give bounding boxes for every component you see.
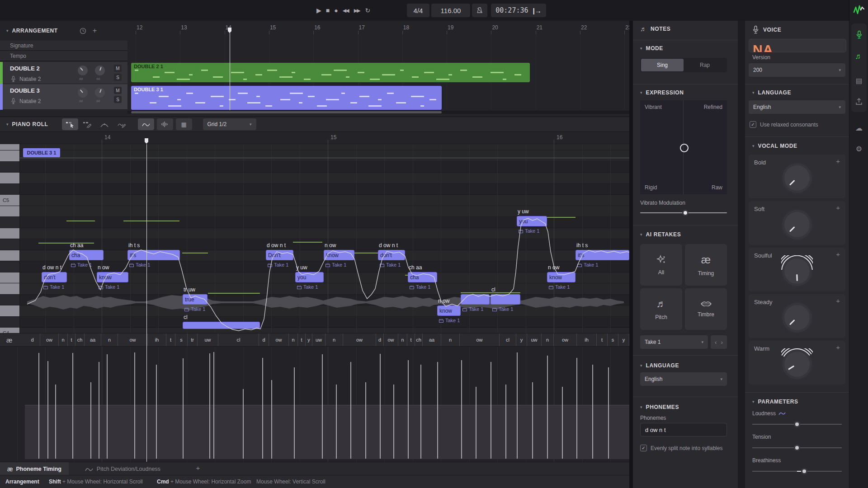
waveform-toggle[interactable] bbox=[157, 118, 173, 130]
rewind-button[interactable]: ◀◀ bbox=[343, 8, 349, 14]
tempo-lane[interactable]: Tempo bbox=[0, 51, 127, 61]
draw-tool[interactable] bbox=[79, 118, 95, 130]
pitch-wave-toggle[interactable] bbox=[138, 118, 154, 130]
go-to-end-icon[interactable]: |→ bbox=[533, 7, 542, 14]
add-automation-button[interactable]: + bbox=[836, 157, 840, 165]
solo-button[interactable]: S bbox=[114, 96, 122, 103]
piano-key-c#4[interactable] bbox=[0, 317, 20, 328]
phoneme-cell[interactable]: n bbox=[398, 333, 407, 346]
piano-key-c5[interactable]: C5 bbox=[0, 195, 20, 206]
time-signature-box[interactable]: 4/4 bbox=[407, 4, 429, 17]
video-toggle[interactable]: ▦ bbox=[176, 118, 192, 130]
loop-button[interactable]: ↻ bbox=[365, 7, 370, 14]
phoneme-cell[interactable]: d bbox=[259, 333, 269, 346]
retake-timing-button[interactable]: æTiming bbox=[685, 244, 727, 286]
record-button[interactable]: ● bbox=[334, 7, 337, 14]
vocal-mode-knob[interactable] bbox=[784, 165, 810, 191]
settings-icon[interactable]: ⚙ bbox=[849, 143, 868, 155]
phoneme-cell[interactable]: uw bbox=[312, 333, 326, 346]
add-automation-button[interactable]: + bbox=[836, 204, 840, 211]
piano-key-b4[interactable] bbox=[0, 206, 20, 217]
piano-key-c4[interactable]: C4 bbox=[0, 328, 20, 333]
phoneme-cell[interactable]: ih bbox=[148, 333, 166, 346]
piano-key-g#4[interactable] bbox=[0, 239, 20, 250]
tab-pitch-deviation-loudness[interactable]: Pitch Deviation/Loudness bbox=[77, 462, 168, 475]
phoneme-cell[interactable]: n bbox=[289, 333, 298, 346]
phoneme-cell[interactable]: n bbox=[441, 333, 460, 346]
grid-select[interactable]: Grid 1/2▾ bbox=[203, 118, 256, 130]
phoneme-cell[interactable]: t bbox=[407, 333, 415, 346]
cloud-icon[interactable]: ☁ bbox=[849, 122, 868, 134]
add-automation-button[interactable]: + bbox=[836, 297, 840, 305]
phoneme-cell[interactable]: ow bbox=[384, 333, 398, 346]
note-grid[interactable]: don'td ow n tTake 1chach aaTake 1known o… bbox=[20, 144, 629, 333]
phoneme-cell[interactable]: t bbox=[597, 333, 608, 346]
track-row-double-2[interactable]: DOUBLE 2Natalie 2ılılılılMS bbox=[0, 62, 127, 84]
clip-double-3-1[interactable]: DOUBLE 3 1 bbox=[131, 86, 442, 110]
phoneme-cell[interactable]: uw bbox=[527, 333, 542, 346]
phoneme-cell[interactable]: ih bbox=[577, 333, 597, 346]
vibrato-slider-handle[interactable] bbox=[682, 210, 689, 216]
piano-keys[interactable]: C5C4 bbox=[0, 144, 20, 333]
signature-lane[interactable]: Signature bbox=[0, 41, 127, 51]
take-next-button[interactable]: › bbox=[721, 339, 723, 346]
parameters-section-header[interactable]: ▾ PARAMETERS bbox=[752, 399, 798, 405]
add-automation-button[interactable]: + bbox=[836, 250, 840, 258]
phonemes-section-header[interactable]: ▾ PHONEMES bbox=[640, 404, 679, 410]
phoneme-cell[interactable]: tr bbox=[188, 333, 198, 346]
phoneme-cell[interactable]: n bbox=[101, 333, 118, 346]
phoneme-cell[interactable]: t bbox=[298, 333, 306, 346]
phoneme-cell[interactable]: t bbox=[166, 333, 175, 346]
fast-forward-button[interactable]: ▶▶ bbox=[354, 8, 360, 14]
piano-roll-playhead[interactable] bbox=[146, 144, 147, 462]
phoneme-cell[interactable]: y bbox=[618, 333, 629, 346]
phoneme-cell[interactable]: ow bbox=[118, 333, 148, 346]
phoneme-cell[interactable]: ow bbox=[269, 333, 289, 346]
retake-timbre-button[interactable]: Timbre bbox=[685, 288, 727, 330]
piano-key-e4[interactable] bbox=[0, 283, 20, 295]
phoneme-cell[interactable]: n bbox=[59, 333, 68, 346]
loudness-lane[interactable] bbox=[0, 347, 629, 462]
phoneme-cell[interactable]: d bbox=[25, 333, 40, 346]
stop-button[interactable]: ■ bbox=[326, 7, 329, 14]
piano-key-a4[interactable] bbox=[0, 228, 20, 239]
piano-key-f#4[interactable] bbox=[0, 261, 20, 272]
piano-key-d#5[interactable] bbox=[0, 162, 20, 173]
phoneme-cell[interactable]: d bbox=[376, 333, 384, 346]
phoneme-cell[interactable]: cl bbox=[218, 333, 259, 346]
phoneme-cell[interactable]: cl bbox=[500, 333, 516, 346]
mute-button[interactable]: M bbox=[114, 87, 122, 94]
phoneme-cell[interactable]: ch bbox=[415, 333, 423, 346]
select-tool[interactable] bbox=[62, 118, 78, 130]
add-track-button[interactable]: + bbox=[93, 27, 97, 35]
freehand-tool[interactable] bbox=[113, 118, 130, 130]
piano-key-d4[interactable] bbox=[0, 305, 20, 317]
voice-language-section-header[interactable]: ▾ LANGUAGE bbox=[752, 89, 791, 96]
volume-knob[interactable] bbox=[78, 88, 88, 98]
mute-button[interactable]: M bbox=[114, 65, 122, 72]
slider-handle[interactable] bbox=[801, 468, 807, 474]
language-section-header[interactable]: ▾ LANGUAGE bbox=[640, 362, 679, 369]
take-select[interactable]: Take 1▾ bbox=[640, 335, 708, 349]
slider-handle[interactable] bbox=[794, 421, 800, 427]
piano-key-d#4[interactable] bbox=[0, 295, 20, 306]
expression-section-header[interactable]: ▾ EXPRESSION bbox=[640, 89, 684, 96]
piano-key-a#4[interactable] bbox=[0, 217, 20, 228]
phoneme-cell[interactable]: aa bbox=[85, 333, 101, 346]
time-display-box[interactable]: 00:27:36 |→ bbox=[491, 4, 546, 17]
slider-handle[interactable] bbox=[794, 445, 800, 451]
curve-tool[interactable] bbox=[96, 118, 113, 130]
param-slider-breathiness[interactable] bbox=[752, 468, 842, 474]
arrangement-playhead[interactable] bbox=[230, 29, 230, 110]
piano-key-f4[interactable] bbox=[0, 272, 20, 284]
clip-double-2-1[interactable]: DOUBLE 2 1 bbox=[131, 63, 530, 82]
voice-banner[interactable]: NA bbox=[749, 39, 846, 52]
phoneme-cell[interactable]: ch bbox=[75, 333, 85, 346]
add-lane-tab-button[interactable]: + bbox=[196, 464, 200, 472]
pan-knob[interactable] bbox=[95, 66, 105, 75]
arrangement-playhead-pin[interactable] bbox=[227, 27, 232, 33]
phonemes-input[interactable]: d ow n t bbox=[640, 423, 727, 436]
piano-roll-clip-tab[interactable]: DOUBLE 3 1 bbox=[23, 148, 60, 157]
mode-section-header[interactable]: ▾ MODE bbox=[640, 45, 663, 52]
piano-roll-playhead-pin[interactable] bbox=[144, 138, 149, 144]
